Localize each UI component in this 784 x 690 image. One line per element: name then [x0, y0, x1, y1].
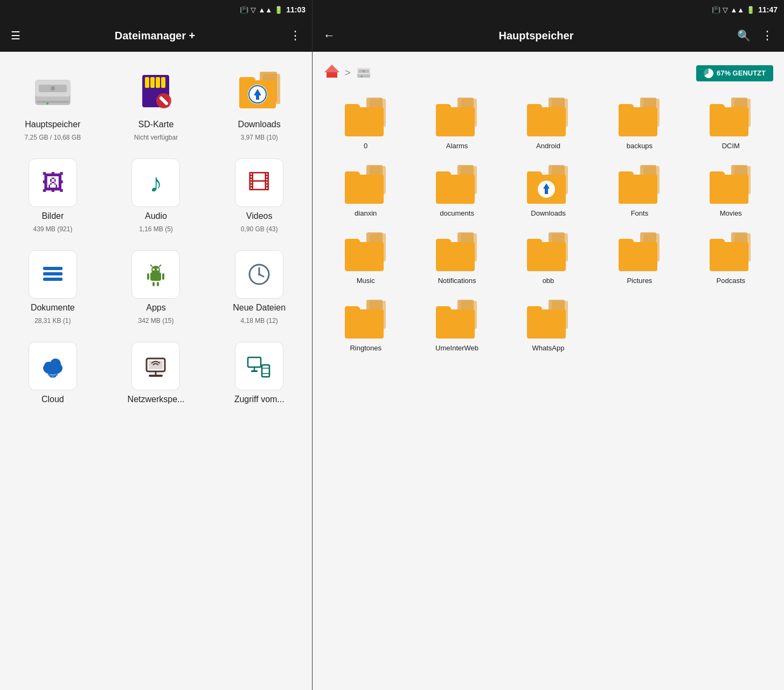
folder-item-0[interactable]: 0: [322, 92, 409, 155]
svg-rect-8: [150, 77, 155, 88]
bilder-icon: 🖼: [41, 170, 64, 196]
folder-name-podcasts: Podcasts: [717, 277, 745, 286]
back-icon[interactable]: ←: [321, 26, 337, 45]
folder-item-alarms[interactable]: Alarms: [413, 92, 500, 155]
folder-item-ringtones[interactable]: Ringtones: [322, 294, 409, 357]
usage-text: 67% GENUTZT: [717, 69, 766, 77]
folder-item-downloads[interactable]: Downloads: [505, 160, 592, 223]
menu-icon[interactable]: ☰: [9, 27, 23, 44]
downloads-folder-svg: [235, 70, 283, 113]
folder-icon-dcim: [706, 96, 755, 139]
hdd-svg: [31, 70, 74, 113]
sd-label: SD-Karte: [138, 120, 174, 129]
dokumente-icon-box: [29, 250, 77, 299]
category-cloud[interactable]: Cloud: [5, 337, 100, 413]
folder-icon-obb: [524, 231, 572, 273]
folder-item-notifications[interactable]: Notifications: [413, 227, 500, 290]
folder-item-backups[interactable]: backups: [596, 92, 683, 155]
svg-point-37: [50, 358, 61, 369]
folder-item-podcasts[interactable]: Podcasts: [688, 227, 774, 290]
search-icon[interactable]: 🔍: [735, 27, 753, 44]
folder-icon-podcasts: [706, 231, 755, 273]
category-dokumente[interactable]: Dokumente 28,31 KB (1): [5, 246, 100, 329]
folder-item-fonts[interactable]: Fonts: [596, 160, 683, 223]
folder-item-documents[interactable]: documents: [413, 160, 500, 223]
zugriff-icon: [247, 354, 272, 378]
folder-item-dcim[interactable]: DCIM: [688, 92, 774, 155]
hdd-icon: [29, 67, 77, 115]
folder-name-downloads: Downloads: [531, 209, 565, 218]
category-neue-dateien[interactable]: Neue Dateien 4,18 MB (12): [212, 246, 307, 329]
category-audio[interactable]: ♪ Audio 1,16 MB (5): [109, 154, 204, 237]
category-bilder[interactable]: 🖼 Bilder 439 MB (921): [5, 154, 100, 237]
battery-icon: 🔋: [274, 6, 283, 14]
folder-icon-pictures: [615, 231, 664, 273]
svg-rect-18: [43, 267, 63, 270]
folder-name-0: 0: [364, 142, 367, 151]
more-options-icon[interactable]: ⋮: [287, 26, 303, 45]
vibrate-icon-right: 📳: [712, 6, 720, 14]
folder-name-umeinterweb: UmeInterWeb: [435, 344, 478, 353]
folder-item-umeinterweb[interactable]: UmeInterWeb: [413, 294, 500, 357]
folder-icon-whatsapp: [524, 299, 572, 341]
svg-rect-9: [156, 77, 160, 88]
dokumente-sub: 28,31 KB (1): [34, 317, 71, 325]
folder-icon-fonts: [615, 164, 664, 206]
folder-name-documents: documents: [440, 209, 474, 218]
left-status-icons: 📳 ▽ ▲▲ 🔋: [240, 6, 283, 14]
left-status-bar: 📳 ▽ ▲▲ 🔋 11:03: [0, 0, 312, 19]
folder-item-dianxin[interactable]: dianxin: [322, 160, 409, 223]
folder-item-obb[interactable]: obb: [505, 227, 592, 290]
storage-item-downloads[interactable]: Downloads 3,97 MB (10): [212, 63, 307, 146]
folder-icon-ringtones: [342, 299, 390, 341]
hauptspeicher-label: Hauptspeicher: [25, 120, 80, 129]
folder-item-movies[interactable]: Movies: [688, 160, 774, 223]
breadcrumb: > 67% GENUTZT: [318, 58, 779, 90]
battery-icon-right: 🔋: [746, 6, 755, 14]
folder-icon-dianxin: [342, 164, 390, 206]
right-time: 11:47: [758, 5, 778, 14]
svg-rect-19: [43, 272, 63, 275]
folder-item-whatsapp[interactable]: WhatsApp: [505, 294, 592, 357]
right-more-options-icon[interactable]: ⋮: [759, 26, 775, 45]
svg-rect-42: [248, 357, 261, 367]
drive-breadcrumb-icon[interactable]: [355, 64, 372, 83]
folder-item-music[interactable]: Music: [322, 227, 409, 290]
folder-name-pictures: Pictures: [627, 277, 652, 286]
folder-item-android[interactable]: Android: [505, 92, 592, 155]
svg-point-27: [152, 268, 155, 271]
dokumente-icon: [41, 263, 65, 286]
folder-name-ringtones: Ringtones: [350, 344, 381, 353]
folder-item-pictures[interactable]: Pictures: [596, 227, 683, 290]
category-netzwerk[interactable]: Netzwerkspe...: [109, 337, 204, 413]
videos-icon-box: 🎞: [235, 158, 283, 207]
folder-icon-notifications: [433, 231, 481, 273]
storage-item-hauptspeicher[interactable]: Hauptspeicher 7,25 GB / 10,68 GB: [5, 63, 100, 146]
downloads-sub: 3,97 MB (10): [240, 134, 277, 141]
category-videos[interactable]: 🎞 Videos 0,90 GB (43): [212, 154, 307, 237]
folder-icon-alarms: [433, 96, 481, 139]
folder-name-dianxin: dianxin: [355, 209, 377, 218]
svg-rect-4: [37, 101, 69, 103]
right-panel: 📳 ▽ ▲▲ 🔋 11:47 ← Hauptspeicher 🔍 ⋮ >: [313, 0, 784, 690]
left-toolbar-title: Dateimanager +: [29, 30, 281, 42]
vibrate-icon: 📳: [240, 6, 248, 14]
storage-item-sd[interactable]: SD-Karte Nicht verfügbar: [109, 63, 204, 146]
svg-point-34: [258, 273, 260, 275]
folder-name-whatsapp: WhatsApp: [532, 344, 565, 353]
zugriff-icon-box: [235, 342, 283, 390]
home-breadcrumb-icon[interactable]: [323, 63, 341, 84]
category-apps[interactable]: Apps 342 MB (15): [109, 246, 204, 329]
left-panel: 📳 ▽ ▲▲ 🔋 11:03 ☰ Dateimanager + ⋮: [0, 0, 313, 690]
folder-icon-umeinterweb: [433, 299, 481, 341]
videos-sub: 0,90 GB (43): [241, 225, 278, 233]
right-content: > 67% GENUTZT: [313, 52, 784, 690]
apps-android-icon: [144, 263, 168, 286]
category-zugriff[interactable]: Zugriff vom...: [212, 337, 307, 413]
svg-point-5: [46, 102, 48, 105]
right-status-bar: 📳 ▽ ▲▲ 🔋 11:47: [313, 0, 784, 19]
wifi-icon-right: ▽: [723, 6, 728, 14]
signal-icon-right: ▲▲: [730, 6, 744, 14]
usage-badge: 67% GENUTZT: [696, 65, 773, 81]
folder-icon-android: [524, 96, 572, 139]
